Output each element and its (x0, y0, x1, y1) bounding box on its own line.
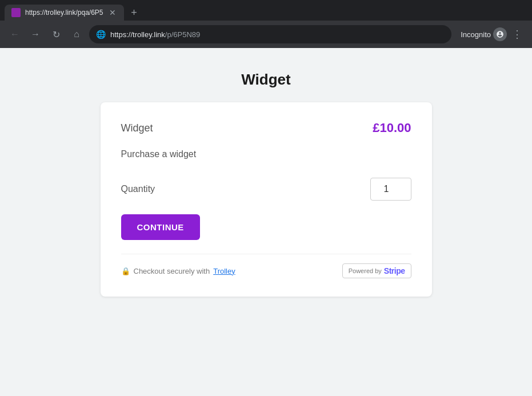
product-price: £10.00 (373, 121, 411, 135)
page-content: Widget Widget £10.00 Purchase a widget Q… (0, 48, 532, 396)
forward-button[interactable]: → (27, 26, 43, 42)
secure-text: Checkout securely with (134, 267, 210, 275)
address-domain: https://trolley.link (110, 30, 165, 39)
product-card: Widget £10.00 Purchase a widget Quantity… (101, 102, 432, 297)
stripe-logo: Stripe (384, 266, 405, 275)
address-path: /p/6P5N89 (165, 30, 200, 39)
address-bar[interactable]: 🌐 https://trolley.link/p/6P5N89 (89, 25, 451, 43)
stripe-powered-label: Powered by (349, 267, 382, 274)
incognito-label: Incognito (461, 30, 491, 39)
reload-button[interactable]: ↻ (48, 26, 64, 42)
browser-tab-bar: https://trolley.link/pqa/6P5 ✕ + (0, 0, 532, 21)
back-button[interactable]: ← (7, 26, 23, 42)
page-title: Widget (241, 71, 290, 89)
browser-chrome: https://trolley.link/pqa/6P5 ✕ + ← → ↻ ⌂… (0, 0, 532, 48)
browser-toolbar: ← → ↻ ⌂ 🌐 https://trolley.link/p/6P5N89 … (0, 21, 532, 48)
trolley-link[interactable]: Trolley (213, 267, 235, 275)
tab-title: https://trolley.link/pqa/6P5 (25, 9, 103, 17)
card-header: Widget £10.00 (121, 121, 411, 135)
address-text: https://trolley.link/p/6P5N89 (110, 30, 200, 39)
browser-menu: Incognito ⋮ (461, 26, 525, 42)
browser-menu-button[interactable]: ⋮ (509, 26, 525, 42)
stripe-badge: Powered by Stripe (342, 263, 411, 278)
continue-button[interactable]: CONTINUE (121, 214, 200, 240)
quantity-label: Quantity (121, 184, 155, 194)
quantity-input[interactable] (370, 178, 411, 201)
new-tab-button[interactable]: + (126, 5, 142, 21)
product-description: Purchase a widget (121, 149, 411, 159)
tab-close-button[interactable]: ✕ (108, 8, 117, 17)
browser-tab[interactable]: https://trolley.link/pqa/6P5 ✕ (5, 5, 124, 21)
secure-checkout: 🔒 Checkout securely with Trolley (121, 267, 235, 275)
lock-icon: 🔒 (121, 267, 130, 275)
quantity-row: Quantity (121, 178, 411, 201)
card-footer: 🔒 Checkout securely with Trolley Powered… (121, 254, 411, 278)
product-name: Widget (121, 122, 153, 134)
tab-favicon (11, 8, 21, 17)
incognito-icon (493, 27, 507, 41)
home-button[interactable]: ⌂ (69, 26, 85, 42)
globe-icon: 🌐 (96, 30, 106, 39)
